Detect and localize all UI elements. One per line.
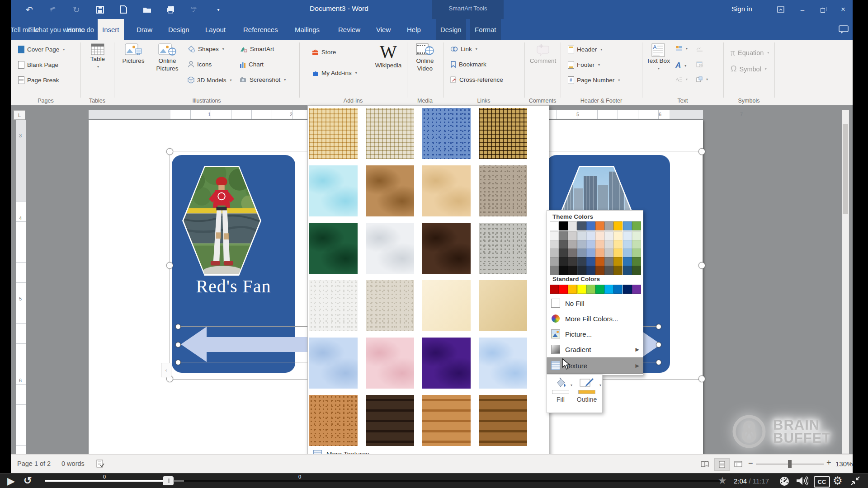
theme-color-variant[interactable] (613, 266, 623, 275)
arrow-handle-top-left[interactable] (175, 324, 181, 329)
texture-swatch-papyrus[interactable] (309, 108, 358, 159)
arrow-handle-mid-left[interactable] (175, 342, 181, 347)
tab-view[interactable]: View (372, 19, 395, 40)
tab-mailings[interactable]: Mailings (290, 19, 324, 40)
more-fill-colors-menu-item[interactable]: More Fill Colors... (547, 312, 643, 325)
texture-swatch-pink-tissue-paper[interactable] (366, 338, 414, 389)
theme-color[interactable] (604, 221, 613, 230)
theme-color-variant[interactable] (586, 266, 595, 275)
theme-color-variant[interactable] (632, 231, 641, 241)
tab-help[interactable]: Help (402, 19, 425, 40)
tab-layout[interactable]: Layout (201, 19, 230, 40)
theme-color[interactable] (586, 221, 595, 230)
standard-color[interactable] (550, 285, 559, 294)
wordart-icon[interactable]: A▾ (675, 61, 686, 70)
theme-color[interactable] (613, 221, 623, 230)
standard-color[interactable] (595, 285, 604, 294)
tab-smartart-design[interactable]: Design (436, 19, 466, 40)
tab-selector[interactable]: L (14, 110, 25, 120)
icons-button[interactable]: Icons (188, 61, 212, 68)
scrollbar-thumb[interactable] (843, 124, 848, 214)
restore-button[interactable] (816, 4, 830, 15)
rewind-icon[interactable]: ↺ (24, 475, 32, 487)
no-fill-menu-item[interactable]: No Fill (547, 296, 643, 310)
theme-color-variant[interactable] (586, 240, 595, 249)
frame-handle-bottom-right[interactable] (698, 375, 705, 382)
theme-color[interactable] (568, 221, 577, 230)
vertical-scrollbar[interactable] (842, 110, 849, 454)
text-box-button[interactable]: A Text Box▾ (646, 43, 670, 72)
playback-speed-icon[interactable] (778, 475, 790, 487)
seekbar-cue-marker[interactable]: 0 (298, 474, 301, 479)
zoom-level[interactable]: 130% (835, 460, 853, 468)
equation-button[interactable]: π Equation▾ (731, 47, 769, 58)
theme-color-variant[interactable] (604, 231, 613, 241)
page-number-button[interactable]: # Page Number▾ (568, 76, 620, 84)
exit-fullscreen-icon[interactable] (850, 475, 861, 486)
table-button[interactable]: Table▾ (84, 43, 111, 70)
texture-swatch-bouquet[interactable] (479, 338, 527, 389)
tab-smartart-format[interactable]: Format (470, 19, 501, 40)
play-icon[interactable]: ▶ (7, 475, 15, 487)
texture-swatch-granite[interactable] (479, 223, 527, 274)
texture-swatch-newsprint[interactable] (309, 280, 358, 331)
theme-color-variant[interactable] (613, 240, 623, 249)
quick-parts-icon[interactable]: ▾ (675, 46, 688, 52)
theme-color-variant[interactable] (632, 249, 641, 258)
tell-me-box[interactable]: Tell me what you want to do (0, 19, 868, 40)
theme-color[interactable] (595, 221, 604, 230)
read-mode-button[interactable] (698, 458, 712, 470)
theme-color-variant[interactable] (632, 266, 641, 275)
theme-color-variant[interactable] (604, 240, 613, 249)
page-indicator[interactable]: Page 1 of 2 (17, 460, 51, 467)
theme-color-variant[interactable] (604, 257, 613, 267)
closed-captions-icon[interactable]: CC (814, 476, 830, 488)
picture-fill-menu-item[interactable]: Picture... (547, 327, 643, 341)
signature-line-icon[interactable] (696, 46, 703, 52)
print-preview-icon[interactable] (165, 4, 176, 15)
theme-color-variant[interactable] (577, 231, 586, 241)
theme-color-variant[interactable] (604, 266, 613, 275)
theme-color-variant[interactable] (577, 249, 586, 258)
theme-color-variant[interactable] (623, 266, 632, 275)
standard-color[interactable] (604, 285, 613, 294)
theme-color-variant[interactable] (586, 249, 595, 258)
settings-gear-icon[interactable]: ⚙ (833, 474, 843, 487)
footer-button[interactable]: Footer▾ (568, 61, 600, 69)
date-time-icon[interactable] (696, 61, 703, 67)
texture-swatch-denim[interactable] (422, 108, 471, 159)
theme-color-variant[interactable] (595, 257, 604, 267)
theme-color[interactable] (559, 221, 568, 230)
texture-swatch-medium-wood[interactable] (479, 395, 527, 446)
cross-reference-button[interactable]: Cross-reference (450, 76, 503, 83)
spelling-icon[interactable]: ABC✓ (188, 4, 200, 15)
zoom-slider-thumb[interactable] (788, 460, 792, 468)
store-button[interactable]: Store (312, 49, 336, 56)
texture-swatch-recycled-paper[interactable] (366, 280, 414, 331)
page-break-button[interactable]: Page Break (18, 76, 59, 84)
texture-swatch-green-marble[interactable] (309, 223, 358, 274)
3d-models-button[interactable]: 3D Models▾ (188, 76, 232, 84)
tab-draw[interactable]: Draw (132, 19, 157, 40)
theme-color-variant[interactable] (559, 266, 568, 275)
theme-color-variant[interactable] (613, 249, 623, 258)
outline-split-button[interactable]: Outline (575, 377, 599, 410)
texture-swatch-canvas[interactable] (366, 108, 414, 159)
smartart-button[interactable]: SmartArt (240, 46, 274, 52)
qat-customize-icon[interactable]: ▾ (212, 4, 224, 15)
standard-color[interactable] (568, 285, 577, 294)
texture-swatch-parchment[interactable] (422, 280, 471, 331)
zoom-in-button[interactable]: + (826, 458, 831, 468)
theme-color-variant[interactable] (577, 257, 586, 267)
print-layout-button[interactable] (714, 458, 730, 471)
comment-button[interactable]: Comment (527, 43, 559, 65)
theme-color-variant[interactable] (550, 249, 559, 258)
texture-swatch-cork[interactable] (309, 395, 358, 446)
drop-cap-icon[interactable]: A▾ (675, 76, 688, 82)
texture-swatch-stationery[interactable] (479, 280, 527, 331)
frame-handle-mid-left[interactable] (166, 262, 173, 269)
volume-icon[interactable] (796, 475, 808, 486)
wikipedia-button[interactable]: W Wikipedia (372, 42, 405, 69)
my-addins-button[interactable]: My Add-ins▾ (312, 70, 357, 76)
theme-color[interactable] (632, 221, 641, 230)
